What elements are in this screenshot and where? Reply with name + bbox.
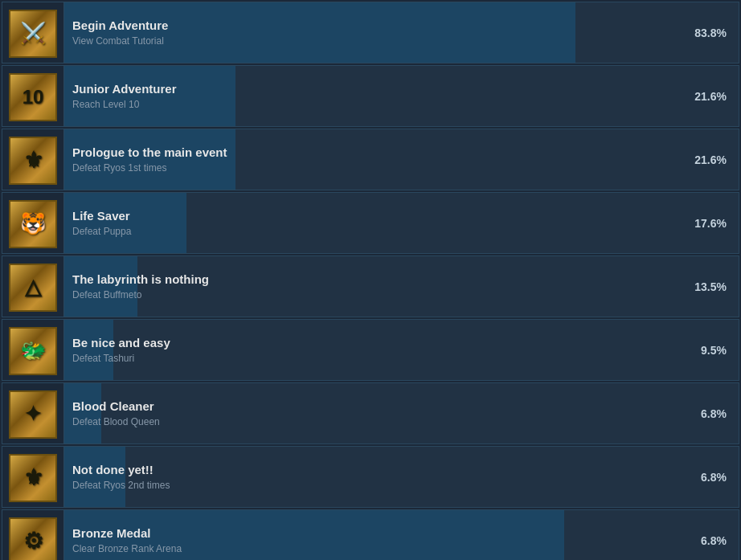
achievement-percent-prologue-main-event: 21.6% [674, 129, 739, 190]
icon-inner-labyrinth-nothing: △ [9, 264, 57, 312]
achievement-title-bronze-medal: Bronze Medal [72, 526, 182, 540]
achievement-icon-life-saver: 🐯 [2, 193, 64, 254]
icon-inner-not-done-yet: ⚜ [9, 454, 57, 502]
achievement-subtitle-junior-adventurer: Reach Level 10 [72, 99, 176, 110]
achievement-title-prologue-main-event: Prologue to the main event [72, 145, 227, 159]
achievement-icon-labyrinth-nothing: △ [2, 256, 64, 317]
achievement-percent-junior-adventurer: 21.6% [674, 66, 739, 126]
achievement-content-prologue-main-event[interactable]: Prologue to the main event Defeat Ryos 1… [64, 129, 674, 190]
achievement-row-life-saver: 🐯 Life Saver Defeat Puppa 17.6% [2, 192, 739, 254]
achievement-text-prologue-main-event: Prologue to the main event Defeat Ryos 1… [72, 145, 227, 174]
achievement-subtitle-blood-cleaner: Defeat Blood Queen [72, 416, 160, 427]
achievement-row-blood-cleaner: ✦ Blood Cleaner Defeat Blood Queen 6.8% [2, 382, 739, 444]
achievement-title-labyrinth-nothing: The labyrinth is nothing [72, 272, 209, 286]
achievement-text-begin-adventure: Begin Adventure View Combat Tutorial [72, 18, 168, 47]
achievement-row-labyrinth-nothing: △ The labyrinth is nothing Defeat Buffme… [2, 255, 739, 317]
achievement-list: ⚔️ Begin Adventure View Combat Tutorial … [0, 0, 741, 560]
achievement-text-not-done-yet: Not done yet!! Defeat Ryos 2nd times [72, 463, 170, 491]
achievement-percent-not-done-yet: 6.8% [674, 447, 739, 507]
achievement-content-labyrinth-nothing[interactable]: The labyrinth is nothing Defeat Buffmeto [64, 256, 674, 317]
achievement-title-not-done-yet: Not done yet!! [72, 463, 170, 476]
achievement-icon-junior-adventurer: 10 [2, 66, 64, 127]
icon-inner-blood-cleaner: ✦ [9, 390, 57, 439]
achievement-content-be-nice-easy[interactable]: Be nice and easy Defeat Tashuri [64, 320, 674, 380]
icon-inner-life-saver: 🐯 [9, 200, 57, 248]
achievement-text-labyrinth-nothing: The labyrinth is nothing Defeat Buffmeto [72, 272, 209, 300]
achievement-percent-be-nice-easy: 9.5% [674, 320, 739, 380]
icon-inner-bronze-medal: ⚙ [9, 517, 57, 561]
achievement-row-bronze-medal: ⚙ Bronze Medal Clear Bronze Rank Arena 6… [2, 509, 739, 560]
achievement-content-not-done-yet[interactable]: Not done yet!! Defeat Ryos 2nd times [64, 447, 674, 507]
achievement-subtitle-not-done-yet: Defeat Ryos 2nd times [72, 480, 170, 491]
achievement-subtitle-begin-adventure: View Combat Tutorial [72, 35, 168, 47]
achievement-text-blood-cleaner: Blood Cleaner Defeat Blood Queen [72, 399, 160, 427]
achievement-percent-life-saver: 17.6% [674, 193, 739, 253]
icon-inner-prologue-main-event: ⚜ [9, 137, 57, 185]
achievement-title-be-nice-easy: Be nice and easy [72, 336, 170, 349]
achievement-subtitle-bronze-medal: Clear Bronze Rank Arena [72, 543, 182, 554]
achievement-subtitle-prologue-main-event: Defeat Ryos 1st times [72, 162, 227, 174]
achievement-title-junior-adventurer: Junior Adventurer [72, 82, 176, 96]
achievement-percent-labyrinth-nothing: 13.5% [674, 256, 739, 317]
achievement-content-junior-adventurer[interactable]: Junior Adventurer Reach Level 10 [64, 66, 674, 126]
achievement-row-be-nice-easy: 🐲 Be nice and easy Defeat Tashuri 9.5% [2, 319, 739, 381]
achievement-icon-prologue-main-event: ⚜ [2, 129, 64, 190]
achievement-content-bronze-medal[interactable]: Bronze Medal Clear Bronze Rank Arena [64, 510, 674, 560]
achievement-icon-begin-adventure: ⚔️ [2, 2, 64, 63]
achievement-text-junior-adventurer: Junior Adventurer Reach Level 10 [72, 82, 176, 110]
icon-inner-begin-adventure: ⚔️ [9, 10, 57, 58]
icon-inner-be-nice-easy: 🐲 [9, 327, 57, 375]
achievement-percent-bronze-medal: 6.8% [674, 510, 739, 560]
achievement-row-not-done-yet: ⚜ Not done yet!! Defeat Ryos 2nd times 6… [2, 446, 739, 508]
achievement-text-be-nice-easy: Be nice and easy Defeat Tashuri [72, 336, 170, 364]
achievement-percent-begin-adventure: 83.8% [674, 2, 739, 63]
achievement-percent-blood-cleaner: 6.8% [674, 383, 739, 444]
achievement-title-life-saver: Life Saver [72, 209, 131, 223]
achievement-content-blood-cleaner[interactable]: Blood Cleaner Defeat Blood Queen [64, 383, 674, 444]
achievement-subtitle-labyrinth-nothing: Defeat Buffmeto [72, 289, 209, 300]
achievement-row-junior-adventurer: 10 Junior Adventurer Reach Level 10 21.6… [2, 65, 739, 127]
achievement-icon-be-nice-easy: 🐲 [2, 320, 64, 381]
achievement-content-begin-adventure[interactable]: Begin Adventure View Combat Tutorial [64, 2, 674, 63]
achievement-icon-blood-cleaner: ✦ [2, 383, 64, 444]
achievement-subtitle-life-saver: Defeat Puppa [72, 226, 131, 237]
achievement-icon-bronze-medal: ⚙ [2, 510, 64, 560]
achievement-title-blood-cleaner: Blood Cleaner [72, 399, 160, 413]
icon-inner-junior-adventurer: 10 [9, 73, 57, 121]
achievement-title-begin-adventure: Begin Adventure [72, 18, 168, 32]
achievement-subtitle-be-nice-easy: Defeat Tashuri [72, 353, 170, 364]
achievement-row-prologue-main-event: ⚜ Prologue to the main event Defeat Ryos… [2, 129, 739, 190]
achievement-text-life-saver: Life Saver Defeat Puppa [72, 209, 131, 237]
achievement-row-begin-adventure: ⚔️ Begin Adventure View Combat Tutorial … [2, 2, 739, 63]
achievement-icon-not-done-yet: ⚜ [2, 447, 64, 508]
achievement-text-bronze-medal: Bronze Medal Clear Bronze Rank Arena [72, 526, 182, 554]
achievement-content-life-saver[interactable]: Life Saver Defeat Puppa [64, 193, 674, 253]
